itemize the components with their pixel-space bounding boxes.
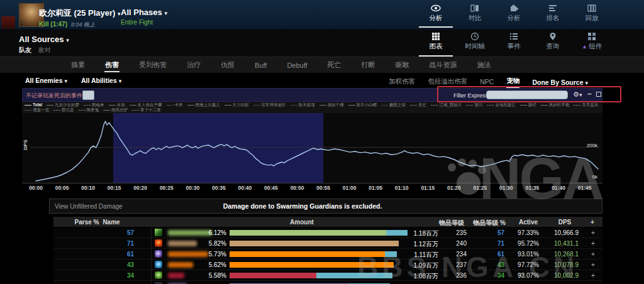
legend-line-sample: [520, 105, 527, 106]
death-events-dropdown[interactable]: 不记录玩家死后的事件 ▾: [26, 92, 87, 100]
legend-item[interactable]: 逍遥一道: [25, 107, 49, 112]
legend-item[interactable]: 真的吃不饱: [541, 102, 570, 107]
expand-row-button[interactable]: +: [588, 240, 598, 247]
tab-8[interactable]: 打断: [361, 57, 376, 74]
col-ilvl-pct[interactable]: 物品等级 %: [473, 219, 506, 227]
legend-item[interactable]: 无艺: [410, 102, 426, 107]
legend-item[interactable]: 散天圆顶: [291, 102, 315, 107]
site-logo[interactable]: [1, 16, 15, 29]
fight-title-dropdown[interactable]: 欧尔莉亚 (25 Player) ▾: [39, 8, 121, 19]
phase-dropdown[interactable]: All Phases ▾: [121, 8, 167, 17]
death-cutoff-input[interactable]: [82, 90, 94, 100]
expand-row-button[interactable]: +: [588, 261, 598, 268]
nav-replay[interactable]: 回放: [576, 4, 608, 28]
tab-10[interactable]: 战斗资源: [429, 57, 458, 74]
npc-toggle[interactable]: NPC: [480, 78, 494, 87]
nav-compare[interactable]: 对比: [459, 4, 491, 28]
legend-item[interactable]: 江城_我丽片: [431, 102, 462, 107]
legend-item[interactable]: 全域无敌它: [487, 102, 516, 107]
table-row[interactable]: [53, 281, 602, 284]
tab-5[interactable]: Buff: [254, 58, 267, 73]
legend-item[interactable]: 限发鬼: [79, 107, 99, 112]
tab-3[interactable]: 治疗: [186, 57, 201, 74]
chevron-down-icon: ▾: [118, 11, 121, 17]
damage-percent: 5.58%: [179, 272, 226, 279]
pets-toggle[interactable]: 宠物: [506, 77, 519, 88]
legend-item[interactable]: 零下十二度: [132, 107, 161, 112]
filter-expression-input[interactable]: [486, 90, 568, 99]
nav-analyze-2[interactable]: 分析: [498, 4, 530, 28]
tab-9[interactable]: 驱散: [395, 57, 410, 74]
legend-item[interactable]: 围墙上豆腐儿: [187, 102, 220, 107]
dps-plot[interactable]: DPS 200k 0k: [22, 113, 602, 183]
legend-item[interactable]: 官军理害老匠: [253, 102, 286, 107]
col-amount[interactable]: Amount: [290, 219, 314, 226]
view-components[interactable]: ▲组件: [576, 32, 608, 56]
report-header: 欧尔莉亚 (25 Player) ▾ Kill (1:47)8:04 晚上 Al…: [0, 0, 644, 30]
col-name[interactable]: Name: [103, 219, 119, 226]
col-plus[interactable]: +: [591, 219, 594, 226]
legend-item[interactable]: 月月蓝高: [574, 102, 598, 107]
view-unfiltered-link[interactable]: View Unfiltered Damage: [55, 203, 123, 210]
tab-6[interactable]: Debuff: [286, 58, 308, 73]
legend-item[interactable]: 图电未: [84, 102, 104, 107]
view-events[interactable]: 事件: [498, 32, 530, 56]
done-by-source-dropdown[interactable]: Done By Source ▾: [532, 79, 588, 86]
legend-item[interactable]: 那点皮: [53, 107, 74, 112]
puzzle-icon: [498, 4, 530, 13]
legend-item[interactable]: 卡里: [167, 102, 183, 107]
legend-item[interactable]: 冰语: [109, 102, 125, 107]
legend-item[interactable]: 蘑菇之箱: [381, 102, 406, 107]
legend-line-sample: [25, 105, 31, 106]
expand-row-button[interactable]: +: [588, 229, 598, 236]
table-row[interactable]: 715.82%1.12百万2407195.72%10,431.1+: [53, 238, 602, 249]
tab-2[interactable]: 受到伤害: [138, 57, 167, 74]
legend-item[interactable]: 闹风吉驴: [103, 107, 128, 112]
tab-7[interactable]: 死亡: [327, 57, 342, 74]
enemies-toggle[interactable]: 敌对: [38, 46, 51, 53]
legend-item[interactable]: 新手小白帽: [348, 102, 377, 107]
nav-analyze[interactable]: 分析: [420, 4, 452, 28]
amount-value: 1.09百万: [349, 261, 438, 270]
table-row[interactable]: 345.58%1.08百万2363493.07%10,002.9+: [53, 270, 602, 281]
legend-item[interactable]: 接技千锤: [319, 102, 344, 107]
legend-item[interactable]: 大力回射: [225, 102, 249, 107]
weighted-damage-toggle[interactable]: 加权伤害: [389, 77, 415, 87]
col-dps[interactable]: DPS: [558, 219, 572, 226]
table-row[interactable]: 576.12%1.18百万2355797.33%10,966.9+: [53, 227, 602, 238]
all-abilities-dropdown[interactable]: All Abilities ▾: [81, 77, 121, 84]
tab-0[interactable]: 摘要: [70, 57, 86, 74]
friendlies-toggle[interactable]: 队友: [19, 46, 31, 53]
tab-11[interactable]: 施法: [477, 57, 492, 74]
tab-1[interactable]: 伤害: [104, 57, 119, 74]
item-level: 236: [440, 272, 467, 279]
all-enemies-dropdown[interactable]: All Enemies ▾: [25, 77, 67, 84]
expand-row-button[interactable]: +: [588, 251, 598, 258]
gear-icon[interactable]: ⚙▾: [573, 90, 582, 99]
legend-line-sample: [291, 105, 297, 106]
legend-item[interactable]: 九层少女的梦: [47, 102, 79, 107]
col-active[interactable]: Active: [519, 219, 538, 226]
include-overkill-toggle[interactable]: 包括溢出伤害: [428, 77, 467, 87]
view-charts[interactable]: 图表: [420, 32, 452, 56]
all-sources-dropdown[interactable]: All Sources ▾: [19, 35, 69, 44]
view-queries[interactable]: 查询: [537, 32, 569, 56]
view-timeline[interactable]: 时间轴: [459, 32, 491, 56]
x-tick: 00:55: [316, 185, 330, 191]
legend-item[interactable]: Total: [25, 102, 42, 107]
top-nav: 分析 对比 分析 排名 回放: [420, 4, 608, 28]
premium-triangle-icon: ▲: [582, 43, 587, 50]
legend-item[interactable]: 名人你在干嘛: [130, 102, 162, 107]
legend-item[interactable]: 渺川: [466, 102, 482, 107]
legend-item[interactable]: 路径: [520, 102, 536, 107]
nav-rankings[interactable]: 排名: [537, 4, 569, 28]
col-ilvl[interactable]: 物品等级: [439, 219, 464, 227]
table-row[interactable]: 435.62%1.09百万2374397.72%10,078.9+: [53, 259, 602, 270]
col-parse[interactable]: Parse %: [75, 219, 99, 226]
expand-row-button[interactable]: +: [588, 272, 598, 279]
tab-4[interactable]: 仇恨: [220, 57, 235, 74]
minimize-icon[interactable]: –: [587, 89, 592, 98]
legend-line-sample: [381, 105, 388, 106]
table-row[interactable]: 615.73%1.11百万2346193.01%10,268.1+: [53, 249, 602, 259]
maximize-icon[interactable]: [596, 92, 601, 97]
